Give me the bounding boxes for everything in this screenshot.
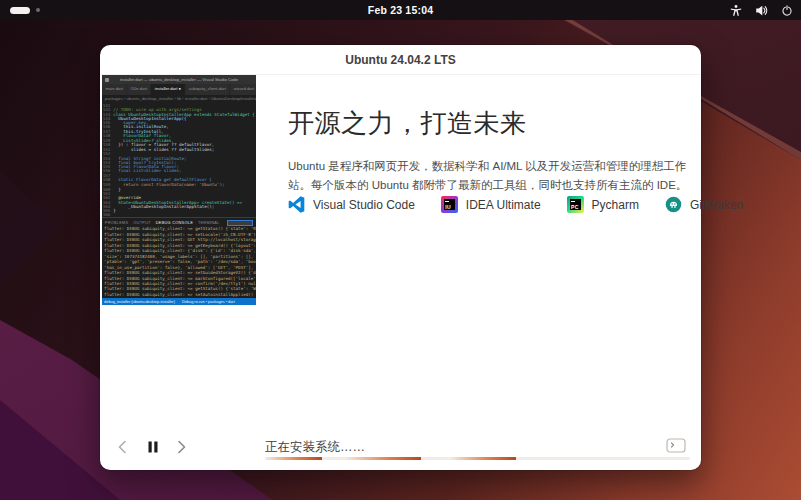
next-slide-button[interactable]	[172, 439, 190, 455]
console-line: flutter: DEBUG subiquity_client: => setA…	[102, 292, 256, 297]
gitkraken-logo-icon	[665, 196, 682, 213]
vscode-titlebar: installer.dart — ubuntu_desktop_installe…	[102, 75, 256, 84]
pause-icon	[146, 439, 160, 455]
idea-logo-icon: IU	[441, 196, 458, 213]
idea-logo-bar	[445, 201, 449, 203]
installer-window: Ubuntu 24.04.2 LTS installer.dart — ubun…	[100, 45, 701, 470]
slide-body: Ubuntu 是程序和网页开发，数据科学和 AI/ML 以及开发运营和管理的理想…	[288, 157, 704, 195]
vscode-window-title: installer.dart — ubuntu_desktop_installe…	[102, 75, 256, 84]
pycharm-logo-inner: PC	[570, 199, 581, 210]
ide-item-pycharm: PC Pycharm	[567, 196, 639, 213]
vscode-editor-tab: installer.dart ●	[151, 84, 185, 95]
previous-slide-button[interactable]	[114, 439, 132, 455]
terminal-icon	[666, 438, 686, 453]
slide-heading: 开源之力，打造未来	[288, 105, 527, 141]
console-line: flutter: DEBUG subiquity_client: => setG…	[102, 270, 256, 275]
install-status-text: 正在安装系统……	[265, 439, 365, 455]
volume-icon[interactable]	[755, 4, 768, 17]
panel-tab: TERMINAL	[198, 218, 220, 226]
top-bar: Feb 23 15:04	[0, 0, 801, 20]
console-line: flutter: DEBUG subiquity_client: GET htt…	[102, 237, 256, 242]
vscode-breadcrumb: packages › ubuntu_desktop_installer › li…	[102, 95, 256, 103]
log-viewer-button[interactable]	[666, 438, 686, 453]
clock[interactable]: Feb 23 15:04	[0, 4, 801, 16]
chevron-left-icon	[115, 439, 131, 455]
vscode-debug-console: flutter: DEBUG subiquity_client: <= getS…	[102, 226, 256, 298]
panel-tab: PROBLEMS	[105, 218, 129, 226]
ide-item-idea: IU IDEA Ultimate	[441, 196, 541, 213]
ide-label: IDEA Ultimate	[466, 198, 541, 212]
system-tray[interactable]	[730, 0, 793, 20]
ide-label: Visual Studio Code	[313, 198, 415, 212]
install-progress-bar	[265, 457, 690, 460]
ide-item-vscode: Visual Studio Code	[288, 196, 415, 213]
idea-logo-letters: IU	[445, 204, 451, 210]
window-titlebar[interactable]: Ubuntu 24.04.2 LTS	[100, 45, 701, 75]
vscode-screenshot: installer.dart — ubuntu_desktop_installe…	[102, 75, 256, 305]
pycharm-logo-icon: PC	[567, 196, 584, 213]
vscode-logo-icon	[288, 196, 305, 213]
vscode-code-area: 141 142// TODO: wire up with args/settin…	[102, 103, 256, 217]
vscode-editor-tab: l10n.dart	[127, 84, 151, 95]
statusbar-left: debug_installer (ubuntu-desktop-installe…	[104, 298, 175, 305]
panel-tab: DEBUG CONSOLE	[156, 218, 193, 226]
console-filter-box	[227, 220, 253, 226]
ide-item-gitkraken: GitKraken	[665, 196, 743, 213]
pause-slideshow-button[interactable]	[144, 439, 162, 455]
pycharm-logo-letters: PC	[571, 204, 579, 210]
vscode-editor-tab: subiquity_client.dart	[185, 84, 230, 95]
panel-tab: OUTPUT	[133, 218, 151, 226]
ide-label: GitKraken	[690, 198, 743, 212]
vscode-editor-tab: main.dart	[102, 84, 127, 95]
pycharm-logo-bar	[571, 201, 575, 203]
vscode-panel-tabs: PROBLEMSOUTPUTDEBUG CONSOLETERMINAL	[102, 217, 256, 226]
window-title: Ubuntu 24.04.2 LTS	[345, 53, 455, 67]
console-line: flutter: DEBUG subiquity_client: => setL…	[102, 231, 256, 236]
statusbar-mid: Debug re-run • packages • dart	[182, 298, 235, 305]
vscode-editor-tab: wizard.dart	[230, 84, 256, 95]
chevron-right-icon	[173, 439, 189, 455]
vscode-statusbar: debug_installer (ubuntu-desktop-installe…	[102, 298, 256, 305]
ide-logo-row: Visual Studio Code IU IDEA Ultimate PC P…	[288, 196, 743, 213]
idea-logo-inner: IU	[444, 199, 455, 210]
vscode-tab-bar: main.dartl10n.dartinstaller.dart ●subiqu…	[102, 84, 256, 95]
ide-label: Pycharm	[592, 198, 639, 212]
power-icon[interactable]	[781, 4, 793, 17]
accessibility-icon[interactable]	[730, 4, 742, 17]
